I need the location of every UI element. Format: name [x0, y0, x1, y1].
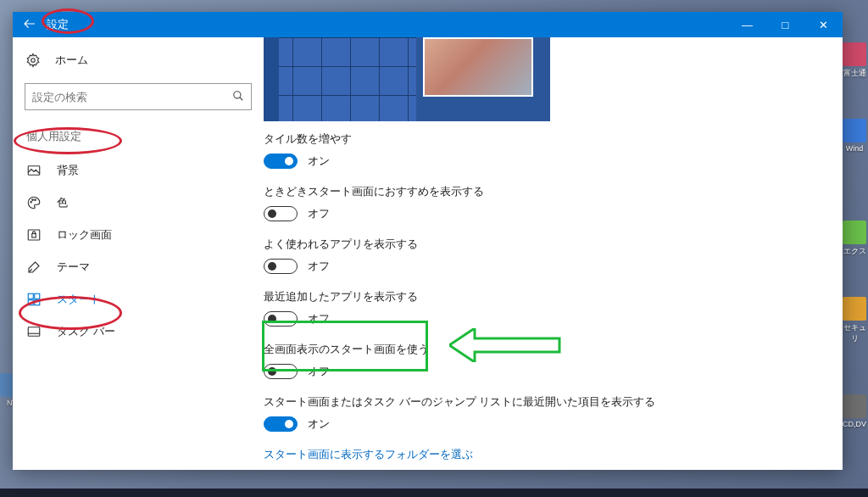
- settings-window: 設定 — □ ✕ ホーム 個人用設定: [13, 12, 843, 470]
- setting-label: タイル数を増やす: [264, 131, 822, 147]
- setting-label: ときどきスタート画面におすすめを表示する: [264, 184, 822, 199]
- svg-point-1: [234, 91, 241, 98]
- content-area: タイル数を増やす オン ときどきスタート画面におすすめを表示する オフ よく使わ…: [264, 37, 843, 470]
- theme-icon: [26, 260, 42, 275]
- choose-folders-link[interactable]: スタート画面に表示するフォルダーを選ぶ: [264, 447, 822, 462]
- svg-rect-8: [28, 293, 33, 299]
- sidebar: ホーム 個人用設定 背景 色 ロッ: [13, 37, 264, 470]
- search-icon: [232, 90, 244, 104]
- close-button[interactable]: ✕: [804, 12, 843, 37]
- start-icon: [26, 292, 42, 307]
- search-input[interactable]: [32, 91, 232, 103]
- svg-rect-12: [28, 327, 40, 337]
- home-label: ホーム: [55, 53, 88, 68]
- maximize-button[interactable]: □: [766, 12, 804, 37]
- desktop-icon[interactable]: セキュリ: [843, 297, 866, 331]
- sidebar-category: 個人用設定: [19, 126, 257, 154]
- setting-fullscreen-start: 全画面表示のスタート画面を使う オフ: [264, 342, 822, 379]
- svg-rect-9: [35, 293, 40, 299]
- sidebar-item-label: ロック画面: [57, 227, 112, 243]
- window-title: 設定: [47, 17, 69, 32]
- toggle-state: オフ: [308, 206, 330, 221]
- svg-point-0: [31, 59, 36, 63]
- sidebar-item-start[interactable]: スタート: [19, 283, 257, 316]
- setting-label: 全画面表示のスタート画面を使う: [264, 342, 822, 357]
- toggle-state: オン: [308, 154, 330, 169]
- sidebar-item-label: 背景: [57, 163, 79, 178]
- setting-more-tiles: タイル数を増やす オン: [264, 131, 822, 169]
- toggle-recently-added[interactable]: [264, 311, 298, 327]
- setting-recently-added: 最近追加したアプリを表示する オフ: [264, 289, 822, 327]
- start-preview: [264, 37, 550, 121]
- desktop-icon[interactable]: Wind: [843, 119, 866, 153]
- gear-icon: [25, 53, 42, 68]
- svg-point-4: [32, 199, 34, 201]
- titlebar[interactable]: 設定 — □ ✕: [13, 12, 843, 37]
- toggle-jumplist[interactable]: [264, 416, 298, 432]
- desktop-icon[interactable]: エクス: [843, 221, 866, 254]
- toggle-suggestions[interactable]: [264, 206, 298, 221]
- setting-most-used: よく使われるアプリを表示する オフ: [264, 237, 822, 274]
- svg-rect-7: [32, 234, 36, 238]
- toggle-more-tiles[interactable]: [264, 154, 298, 169]
- palette-icon: [26, 195, 42, 210]
- lock-frame-icon: [26, 227, 42, 243]
- toggle-fullscreen-start[interactable]: [264, 364, 298, 379]
- toggle-state: オン: [308, 416, 330, 432]
- svg-rect-11: [35, 300, 40, 305]
- home-button[interactable]: ホーム: [19, 49, 257, 80]
- setting-suggestions: ときどきスタート画面におすすめを表示する オフ: [264, 184, 822, 221]
- toggle-state: オフ: [308, 364, 330, 379]
- setting-jumplist: スタート画面またはタスク バーのジャンプ リストに最近開いた項目を表示する オン: [264, 394, 822, 432]
- sidebar-item-themes[interactable]: テーマ: [19, 251, 257, 283]
- back-button[interactable]: [13, 16, 47, 34]
- desktop-icon[interactable]: CD,DV: [843, 394, 866, 428]
- sidebar-item-label: タスク バー: [57, 324, 115, 339]
- toggle-most-used[interactable]: [264, 259, 298, 274]
- svg-point-5: [35, 199, 36, 201]
- svg-point-3: [31, 202, 32, 204]
- sidebar-item-taskbar[interactable]: タスク バー: [19, 316, 257, 348]
- setting-label: 最近追加したアプリを表示する: [264, 289, 822, 304]
- minimize-button[interactable]: —: [728, 12, 766, 37]
- search-box[interactable]: [25, 83, 252, 110]
- sidebar-item-label: テーマ: [57, 260, 90, 275]
- sidebar-item-lockscreen[interactable]: ロック画面: [19, 219, 257, 251]
- setting-label: よく使われるアプリを表示する: [264, 237, 822, 252]
- toggle-state: オフ: [308, 259, 330, 274]
- picture-icon: [26, 163, 42, 178]
- sidebar-item-label: スタート: [57, 292, 101, 307]
- sidebar-item-background[interactable]: 背景: [19, 154, 257, 187]
- setting-label: スタート画面またはタスク バーのジャンプ リストに最近開いた項目を表示する: [264, 394, 822, 410]
- taskbar-icon: [26, 324, 42, 339]
- sidebar-item-colors[interactable]: 色: [19, 187, 257, 219]
- sidebar-item-label: 色: [57, 195, 68, 210]
- desktop-icon[interactable]: 富士通: [843, 42, 866, 76]
- svg-rect-10: [28, 300, 33, 305]
- toggle-state: オフ: [308, 311, 330, 327]
- taskbar[interactable]: [0, 489, 868, 497]
